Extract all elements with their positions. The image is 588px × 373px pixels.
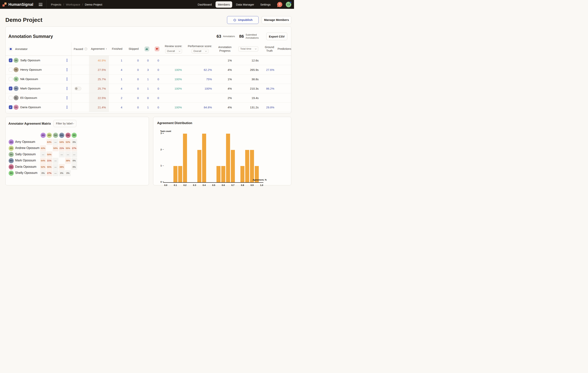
nav-item-data-manager[interactable]: Data Manager xyxy=(234,1,256,8)
menu-icon[interactable] xyxy=(39,3,42,6)
table-row: ✓ MA Mark Opossum 25.7% 4 0 1 0 100% 100… xyxy=(6,84,291,93)
annotator-column-header[interactable]: Annotator xyxy=(15,47,28,51)
paused-help-icon[interactable]: ? xyxy=(84,47,87,50)
kebab-menu-icon[interactable] xyxy=(65,77,69,81)
skipped-cell: 0 xyxy=(125,75,142,84)
x-axis-line xyxy=(163,182,263,183)
kebab-menu-icon[interactable] xyxy=(65,67,69,72)
agreement-column-header[interactable]: Agreement xyxy=(91,47,105,51)
user-avatar[interactable]: LS xyxy=(286,2,291,7)
progress-cell: 1% xyxy=(215,75,235,84)
progress-cell: 1% xyxy=(215,56,235,65)
performance-score-select[interactable]: Overall xyxy=(192,49,209,53)
page-header: Demo Project Unpublish Manage Members xyxy=(0,9,294,26)
matrix-row-name: Shelly Opossum xyxy=(15,171,38,175)
row-checkbox[interactable] xyxy=(9,96,12,100)
skipped-column-header[interactable]: Skipped xyxy=(125,47,142,51)
histogram-bar xyxy=(241,166,244,182)
histogram-plot: Task count 32100.00.10.20.30.40.50.60.70… xyxy=(153,117,292,186)
thumbs-up-cell: 3 xyxy=(142,65,152,74)
kebab-menu-icon[interactable] xyxy=(65,58,69,63)
submitted-stat: 86 Submitted Annotations xyxy=(239,33,262,39)
chevron-down-icon xyxy=(255,48,256,49)
histogram-bar xyxy=(173,166,178,182)
kebab-menu-icon[interactable] xyxy=(65,86,69,91)
thumbs-down-cell: 0 xyxy=(152,103,162,112)
row-checkbox[interactable] xyxy=(9,77,12,81)
histogram-bar xyxy=(250,150,254,182)
matrix-cell: 21% xyxy=(59,145,65,151)
ground-truth-cell xyxy=(262,93,277,102)
ground-truth-column-header[interactable]: Ground Truth xyxy=(262,45,277,52)
row-checkbox[interactable]: ✓ xyxy=(9,86,12,90)
manage-members-button[interactable]: Manage Members xyxy=(262,16,291,24)
finished-column-header[interactable]: Finished xyxy=(109,47,125,51)
nav-item-members[interactable]: Members xyxy=(216,1,232,8)
annotator-name: Eli Opossum xyxy=(20,96,37,100)
row-checkbox[interactable]: ✓ xyxy=(9,105,12,109)
select-all-checkbox[interactable] xyxy=(9,47,12,51)
x-axis-tick: 0.6 xyxy=(220,184,227,186)
matrix-row-name: Sally Opossum xyxy=(15,153,36,156)
skipped-cell: 0 xyxy=(125,93,142,102)
export-csv-button[interactable]: Export CSV xyxy=(266,32,287,40)
agreement-cell: 22.5% xyxy=(89,93,109,102)
review-score-cell: 100% xyxy=(162,103,185,112)
matrix-column-avatar: AN xyxy=(47,133,52,138)
matrix-cell: 27% xyxy=(46,170,52,176)
progress-column-header[interactable]: Annotation Progress xyxy=(215,45,235,52)
thumbs-up-icon[interactable] xyxy=(145,46,149,51)
breadcrumb-separator: / xyxy=(82,3,83,6)
paused-toggle[interactable] xyxy=(74,87,81,90)
histogram-bar xyxy=(178,166,182,182)
matrix-column-avatar: SA xyxy=(53,133,58,138)
matrix-cell: 52% xyxy=(40,164,46,170)
y-axis-tick: 0 xyxy=(159,181,164,183)
predictions-column-header[interactable]: Predictions xyxy=(277,47,291,51)
nav-item-dashboard[interactable]: Dashboard xyxy=(195,1,214,8)
notification-dot xyxy=(290,1,292,3)
table-row: NI Nik Opossum 25.7% 1 0 1 0 100% 75% 1%… xyxy=(6,75,291,84)
ground-truth-cell xyxy=(262,75,277,84)
matrix-row-avatar: AN xyxy=(9,139,14,145)
brand[interactable]: HumanSignal xyxy=(2,2,33,7)
agreement-cell: 27.5% xyxy=(89,65,109,74)
paused-cell xyxy=(71,56,89,65)
thumbs-down-cell: 0 xyxy=(152,65,162,74)
annotator-name: Sally Opossum xyxy=(20,59,40,62)
chevron-down-icon xyxy=(73,122,74,124)
breadcrumb-separator: / xyxy=(63,3,64,6)
row-checkbox[interactable]: ✓ xyxy=(9,58,12,62)
unpublish-button[interactable]: Unpublish xyxy=(227,16,259,24)
row-checkbox[interactable] xyxy=(9,68,12,72)
matrix-cell: — xyxy=(71,151,77,157)
skipped-cell: 0 xyxy=(125,65,142,74)
sort-asc-icon[interactable]: ↑ xyxy=(106,47,107,51)
kebab-menu-icon[interactable] xyxy=(65,96,69,100)
matrix-column-avatar: DA xyxy=(65,133,71,138)
kebab-menu-icon[interactable] xyxy=(65,105,69,109)
review-score-cell: 100% xyxy=(162,75,185,84)
nav-item-settings[interactable]: Settings xyxy=(258,1,273,8)
x-axis-tick: 0.5 xyxy=(210,184,217,186)
review-score-select[interactable]: Overall xyxy=(165,49,182,53)
breadcrumb-projects[interactable]: Projects xyxy=(51,3,61,6)
table-header-row: Annotator Paused? Agreement↑ Finished Sk… xyxy=(6,42,291,56)
paused-cell xyxy=(71,75,89,84)
thumbs-down-icon[interactable] xyxy=(155,46,159,51)
ground-truth-cell: 27.6% xyxy=(262,65,277,74)
performance-score-header: Performance score: xyxy=(188,44,212,48)
x-axis-label: Agreement, % xyxy=(253,179,267,181)
help-icon[interactable]: ? xyxy=(277,2,282,7)
histogram-bar xyxy=(197,150,201,182)
thumbs-up-cell: 1 xyxy=(142,75,152,84)
total-time-cell: 265.9s xyxy=(235,65,262,74)
submitted-count: 86 xyxy=(239,34,244,39)
matrix-cell: — xyxy=(59,151,65,157)
total-time-select[interactable]: Total time xyxy=(238,46,258,52)
total-time-value: Total time xyxy=(240,47,251,51)
ground-truth-cell: 29.8% xyxy=(262,103,277,112)
finished-cell: 1 xyxy=(109,56,125,65)
breadcrumb-workspace[interactable]: Workspace xyxy=(66,3,80,6)
filter-by-label-select[interactable]: Filter by label xyxy=(53,120,76,127)
